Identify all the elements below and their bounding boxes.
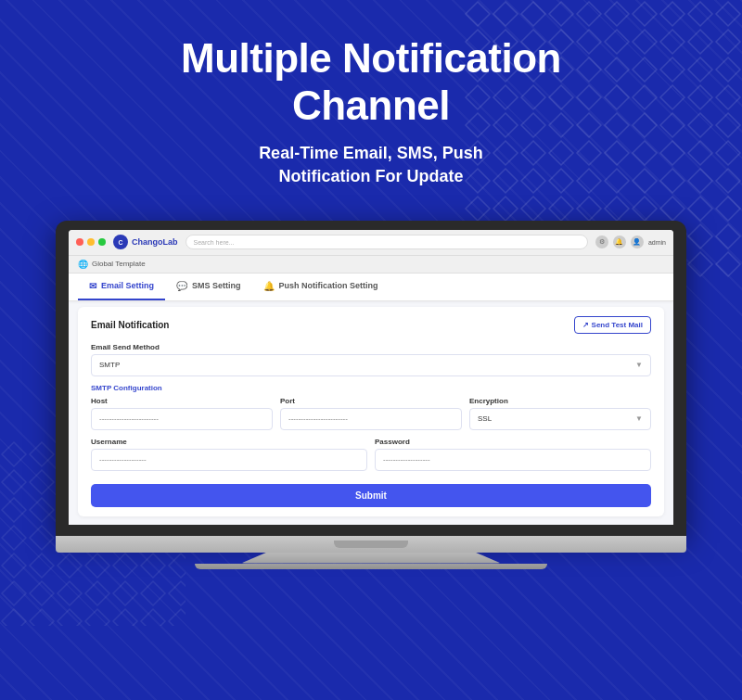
smtp-config-label: SMTP Configuration [91, 384, 651, 392]
tab-email-label: Email Setting [101, 281, 154, 290]
form-title: Email Notification [91, 320, 169, 330]
tab-push[interactable]: 🔔 Push Notification Setting [252, 274, 390, 300]
globe-icon: 🌐 [78, 260, 88, 269]
dot-red [76, 238, 83, 246]
username-group: Username [91, 438, 367, 471]
hero-section: Multiple NotificationChannel Real-Time E… [0, 0, 742, 208]
email-send-method-select[interactable]: SMTP ▼ [91, 354, 651, 376]
send-icon: ↗ [582, 321, 589, 329]
browser-actions: ⚙ 🔔 👤 admin [595, 235, 666, 248]
browser-dots [76, 238, 106, 246]
search-placeholder: Search here... [194, 239, 235, 246]
port-input[interactable] [280, 408, 462, 430]
user-icon[interactable]: 👤 [631, 235, 644, 248]
dot-yellow [87, 238, 95, 246]
global-template-label: Global Template [92, 260, 146, 268]
host-port-encryption-row: Host Port [91, 397, 651, 438]
tab-sms-label: SMS Setting [192, 281, 241, 290]
browser-search-bar[interactable]: Search here... [186, 235, 588, 249]
password-col: Password [375, 438, 651, 478]
push-tab-icon: 🔔 [263, 281, 275, 291]
host-col: Host [91, 397, 273, 438]
admin-label: admin [648, 239, 666, 246]
dot-green [98, 238, 106, 246]
port-label: Port [280, 397, 462, 405]
tab-sms[interactable]: 💬 SMS Setting [165, 274, 252, 300]
laptop-notch [334, 541, 408, 548]
laptop-stand [241, 553, 501, 564]
browser-logo: C ChangoLab [113, 235, 178, 249]
laptop-screen-bezel: C ChangoLab Search here... ⚙ 🔔 👤 admin [56, 221, 686, 536]
chevron-down-icon: ▼ [635, 361, 643, 369]
laptop-screen: C ChangoLab Search here... ⚙ 🔔 👤 admin [69, 230, 673, 525]
email-send-method-label: Email Send Method [91, 343, 651, 351]
username-col: Username [91, 438, 367, 478]
encryption-select[interactable]: SSL ▼ [469, 408, 651, 430]
form-area: Email Notification ↗ Send Test Mail Emai… [78, 307, 664, 516]
notification-icon[interactable]: 🔔 [613, 235, 626, 248]
laptop-base [56, 536, 686, 553]
hero-subtitle: Real-Time Email, SMS, PushNotification F… [0, 142, 742, 188]
password-label: Password [375, 438, 651, 446]
submit-label: Submit [355, 490, 387, 501]
tab-email[interactable]: ✉ Email Setting [78, 274, 165, 300]
laptop: C ChangoLab Search here... ⚙ 🔔 👤 admin [56, 221, 686, 569]
email-send-method-group: Email Send Method SMTP ▼ [91, 343, 651, 376]
port-group: Port [280, 397, 462, 430]
host-group: Host [91, 397, 273, 430]
username-input[interactable] [91, 449, 367, 471]
encryption-value: SSL [478, 414, 492, 423]
settings-icon[interactable]: ⚙ [595, 235, 608, 248]
password-group: Password [375, 438, 651, 471]
logo-text: ChangoLab [132, 237, 178, 247]
browser-bar: C ChangoLab Search here... ⚙ 🔔 👤 admin [69, 230, 673, 256]
send-test-mail-button[interactable]: ↗ Send Test Mail [574, 316, 651, 334]
send-test-label: Send Test Mail [592, 321, 643, 329]
form-header: Email Notification ↗ Send Test Mail [91, 316, 651, 334]
tab-push-label: Push Notification Setting [279, 281, 378, 290]
encryption-col: Encryption SSL ▼ [469, 397, 651, 438]
submit-button[interactable]: Submit [91, 484, 651, 507]
hero-title: Multiple NotificationChannel [0, 35, 742, 129]
encryption-group: Encryption SSL ▼ [469, 397, 651, 430]
encryption-chevron-icon: ▼ [635, 414, 643, 423]
host-input[interactable] [91, 408, 273, 430]
app-content: 🌐 Global Template ✉ Email Setting 💬 SMS … [69, 256, 673, 525]
username-password-row: Username Password [91, 438, 651, 478]
laptop-foot [195, 564, 547, 569]
sms-tab-icon: 💬 [176, 281, 187, 291]
port-col: Port [280, 397, 462, 438]
global-template-bar: 🌐 Global Template [69, 256, 673, 274]
username-label: Username [91, 438, 367, 446]
host-label: Host [91, 397, 273, 405]
laptop-wrapper: C ChangoLab Search here... ⚙ 🔔 👤 admin [0, 221, 742, 569]
logo-circle: C [113, 235, 128, 249]
password-input[interactable] [375, 449, 651, 471]
encryption-label: Encryption [469, 397, 651, 405]
email-tab-icon: ✉ [89, 281, 96, 291]
tabs-bar: ✉ Email Setting 💬 SMS Setting 🔔 Push Not… [69, 274, 673, 301]
email-send-method-value: SMTP [99, 361, 120, 369]
